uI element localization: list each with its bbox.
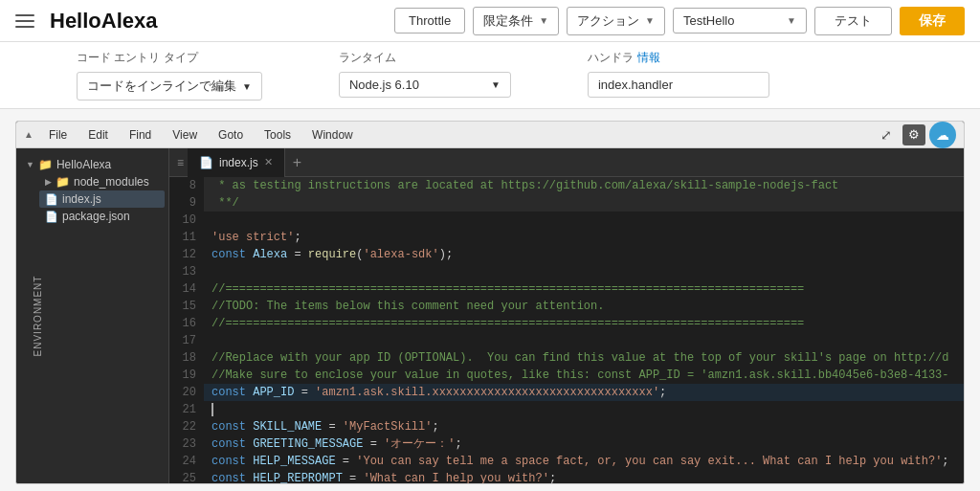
index-js-icon: 📄 [45,193,58,206]
line-code: //======================================… [204,315,964,332]
table-row: 10 [169,212,964,229]
line-num: 15 [169,298,204,315]
test-env-select[interactable]: TestHello ▼ [673,8,807,33]
app-title: HelloAlexa [50,9,394,33]
tree-index-js[interactable]: 📄 index.js [39,190,165,208]
action-caret: ▼ [645,15,655,26]
line-code: const SKILL_NAME = 'MyFactSkill'; [204,418,964,435]
node-modules-label: node_modules [74,175,149,189]
code-content[interactable]: 8 * as testing instructions are located … [169,177,964,483]
editor-main: ≡ 📄 index.js ✕ + 8 * as testing instruct… [169,148,964,483]
runtime-group: ランタイム Node.js 6.10 ▼ [339,50,511,98]
table-row: 23 const GREETING_MESSAGE = 'オーケー：'; [169,435,964,453]
settings-icon[interactable]: ⚙ [902,124,925,145]
tab-menu-icon[interactable]: ≡ [173,156,188,169]
code-entry-label: コード エントリ タイプ [77,50,262,66]
tree-root-label: HelloAlexa [56,158,111,171]
tab-filename: index.js [219,156,258,169]
handler-info-link[interactable]: 情報 [637,50,660,66]
editor-tabs: ≡ 📄 index.js ✕ + [169,148,964,177]
editor-sidebar: Environment ▼ 📁 HelloAlexa ▶ 📁 node_modu… [16,148,169,483]
line-num: 21 [169,401,204,418]
table-row: 22 const SKILL_NAME = 'MyFactSkill'; [169,418,964,435]
tree-root[interactable]: ▼ 📁 HelloAlexa [20,156,165,173]
table-row: 24 const HELP_MESSAGE = 'You can say tel… [169,453,964,470]
line-num: 9 [169,194,204,212]
runtime-caret: ▼ [491,79,501,90]
line-num: 8 [169,177,204,194]
code-table: 8 * as testing instructions are located … [169,177,964,483]
action-dropdown[interactable]: アクション ▼ [567,7,665,35]
editor-tab-index-js[interactable]: 📄 index.js ✕ [188,148,285,177]
runtime-label: ランタイム [339,50,511,66]
test-button[interactable]: テスト [814,7,892,35]
header-actions: Throttle 限定条件 ▼ アクション ▼ TestHello ▼ テスト … [394,7,965,35]
table-row: 16 //===================================… [169,315,964,332]
node-modules-folder-icon: 📁 [56,175,70,189]
code-entry-caret: ▼ [242,81,252,92]
resize-icon[interactable]: ⤢ [874,124,899,145]
table-row: 14 //===================================… [169,280,964,298]
table-row: 15 //TODO: The items below this comment … [169,298,964,315]
menu-view[interactable]: View [163,124,207,145]
line-num: 11 [169,229,204,246]
table-row: 13 [169,263,964,280]
line-num: 18 [169,349,204,367]
add-tab-button[interactable]: + [285,154,309,171]
line-code [204,212,964,229]
tree-node-modules[interactable]: ▶ 📁 node_modules [39,173,165,190]
table-row-current: 20 const APP_ID = 'amzn1.ask.skill.xxxxx… [169,384,964,401]
tree-node-expand-icon: ▶ [45,177,52,187]
menu-tools[interactable]: Tools [255,124,301,145]
tree-expand-icon: ▼ [26,160,34,169]
limited-condition-dropdown[interactable]: 限定条件 ▼ [473,7,559,35]
editor-collapse-icon[interactable]: ▲ [24,129,33,140]
hamburger-menu-icon[interactable] [15,14,34,28]
cloud-icon[interactable]: ☁ [929,122,956,148]
menu-file[interactable]: File [39,124,77,145]
line-code: const HELP_MESSAGE = 'You can say tell m… [204,453,964,470]
line-code: const HELP_REPROMPT = 'What can I help y… [204,470,964,483]
menu-window[interactable]: Window [302,124,363,145]
throttle-button[interactable]: Throttle [394,8,465,33]
line-num: 13 [169,263,204,280]
line-code: **/ [204,194,964,212]
line-code: const Alexa = require('alexa-sdk'); [204,246,964,263]
handler-group: ハンドラ 情報 [588,50,769,98]
code-entry-group: コード エントリ タイプ コードをインラインで編集 ▼ [77,50,262,100]
line-num: 10 [169,212,204,229]
line-num: 19 [169,367,204,384]
tree-package-json[interactable]: 📄 package.json [39,208,165,225]
package-json-icon: 📄 [45,211,58,223]
line-num: 25 [169,470,204,483]
tree-children: ▶ 📁 node_modules 📄 index.js 📄 package.js… [20,173,165,225]
editor-body: Environment ▼ 📁 HelloAlexa ▶ 📁 node_modu… [16,148,964,483]
line-num: 12 [169,246,204,263]
table-row: 25 const HELP_REPROMPT = 'What can I hel… [169,470,964,483]
line-code [204,332,964,349]
line-code: * as testing instructions are located at… [204,177,964,194]
limited-condition-caret: ▼ [539,15,548,26]
table-row: 9 **/ [169,194,964,212]
header-bar: HelloAlexa Throttle 限定条件 ▼ アクション ▼ TestH… [0,0,980,42]
line-num: 23 [169,435,204,453]
environment-tab[interactable]: Environment [33,276,43,357]
file-tree: ▼ 📁 HelloAlexa ▶ 📁 node_modules 📄 index.… [16,148,168,233]
handler-input[interactable] [588,72,769,98]
handler-label: ハンドラ 情報 [588,50,769,66]
config-bar: コード エントリ タイプ コードをインラインで編集 ▼ ランタイム Node.j… [0,42,980,109]
line-num: 17 [169,332,204,349]
line-code [204,401,964,418]
code-entry-select[interactable]: コードをインラインで編集 ▼ [77,72,262,100]
table-row: 12 const Alexa = require('alexa-sdk'); [169,246,964,263]
menu-find[interactable]: Find [120,124,161,145]
menu-goto[interactable]: Goto [209,124,253,145]
line-code: const APP_ID = 'amzn1.ask.skill.xxxxxxxx… [204,384,964,401]
table-row: 21 [169,401,964,418]
tab-file-icon: 📄 [199,156,213,169]
runtime-select[interactable]: Node.js 6.10 ▼ [339,72,511,98]
menu-edit[interactable]: Edit [78,124,118,145]
line-code [204,263,964,280]
save-button[interactable]: 保存 [900,7,965,35]
close-tab-icon[interactable]: ✕ [264,156,273,168]
